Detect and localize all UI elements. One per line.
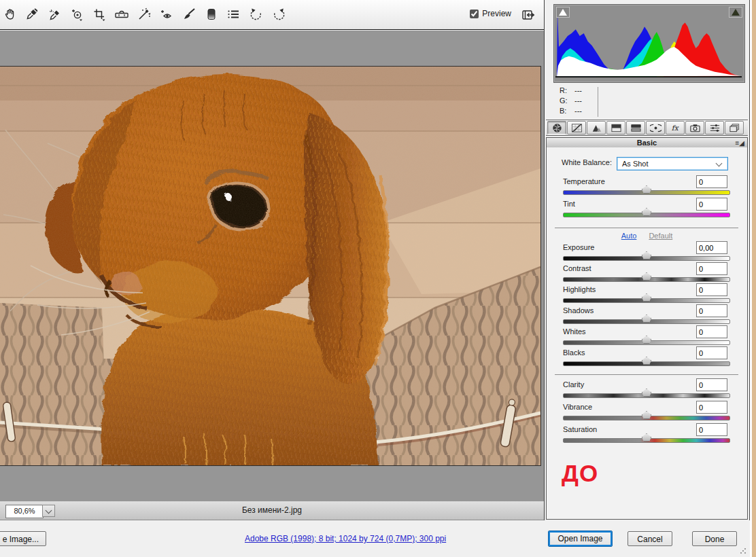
- spot-removal-tool-icon[interactable]: [136, 4, 152, 24]
- saturation-value-input[interactable]: [696, 423, 727, 436]
- targeted-adjustment-tool-icon[interactable]: [69, 4, 85, 24]
- temperature-slider[interactable]: [563, 190, 730, 195]
- default-link[interactable]: Default: [649, 232, 672, 240]
- photo-rabbit[interactable]: [0, 66, 541, 466]
- slider-label: Tint: [563, 200, 575, 208]
- preferences-tool-icon[interactable]: [226, 4, 242, 24]
- slider-label: Vibrance: [563, 403, 592, 411]
- histogram-plot: [555, 6, 742, 79]
- divider: [598, 87, 598, 117]
- red-eye-removal-tool-icon[interactable]: [158, 4, 175, 24]
- blacks-value-input[interactable]: [696, 346, 727, 359]
- auto-link[interactable]: Auto: [621, 232, 637, 240]
- vibrance-slider[interactable]: [563, 416, 730, 420]
- slider-thumb[interactable]: [642, 389, 651, 397]
- highlights-slider[interactable]: [563, 298, 730, 303]
- slider-row-blacks: Blacks: [563, 348, 729, 368]
- preview-toggle[interactable]: Preview: [470, 9, 511, 18]
- rotate-right-tool-icon[interactable]: [271, 4, 287, 24]
- open-image-button[interactable]: Open Image: [548, 531, 613, 547]
- divider: [555, 374, 738, 375]
- slider-thumb[interactable]: [642, 315, 651, 323]
- contrast-slider[interactable]: [563, 277, 730, 282]
- slider-thumb[interactable]: [642, 433, 651, 442]
- save-image-button[interactable]: e Image...: [0, 531, 46, 546]
- tint-value-input[interactable]: [696, 198, 727, 211]
- white-balance-value: As Shot: [622, 160, 649, 168]
- slider-label: Whites: [563, 327, 586, 336]
- slider-thumb[interactable]: [642, 411, 651, 419]
- slider-thumb[interactable]: [642, 251, 651, 259]
- slider-label: Clarity: [563, 380, 584, 389]
- clarity-value-input[interactable]: [696, 378, 727, 391]
- toolbar: Preview: [0, 0, 544, 30]
- cancel-button[interactable]: Cancel: [628, 531, 672, 546]
- tab-effects[interactable]: fx: [666, 121, 685, 134]
- slider-thumb[interactable]: [642, 208, 651, 216]
- tab-basic[interactable]: [547, 121, 566, 134]
- status-bar: 80,6% Без имени-2.jpg: [0, 501, 544, 520]
- slider-row-temperature: Temperature: [563, 177, 729, 197]
- highlights-value-input[interactable]: [696, 283, 727, 296]
- fullscreen-toggle-icon[interactable]: [521, 8, 536, 22]
- background-edge-strip: [752, 0, 756, 557]
- slider-thumb[interactable]: [642, 293, 651, 302]
- tint-slider[interactable]: [563, 213, 730, 217]
- clarity-slider[interactable]: [563, 393, 730, 398]
- tab-lens-corrections[interactable]: [646, 121, 665, 134]
- saturation-slider[interactable]: [563, 438, 730, 443]
- tab-split-toning[interactable]: [626, 121, 645, 134]
- crop-tool-icon[interactable]: [91, 4, 107, 24]
- highlight-clipping-indicator[interactable]: [729, 7, 742, 18]
- graduated-filter-tool-icon[interactable]: [203, 4, 220, 24]
- slider-label: Exposure: [563, 243, 594, 251]
- b-label: B:: [560, 106, 574, 116]
- hand-tool-icon[interactable]: [1, 4, 18, 24]
- done-button[interactable]: Done: [692, 531, 737, 546]
- shadow-clip-triangle-icon: [559, 9, 567, 16]
- blacks-slider[interactable]: [563, 361, 730, 366]
- image-canvas[interactable]: [0, 31, 544, 501]
- white-balance-dropdown[interactable]: As Shot: [617, 157, 728, 170]
- shadow-clipping-indicator[interactable]: [556, 7, 570, 18]
- tab-snapshots[interactable]: [725, 121, 744, 134]
- basic-panel-content: White Balance: As Shot Temperature Tint …: [546, 147, 748, 520]
- white-balance-tool-icon[interactable]: [24, 4, 40, 24]
- divider: [555, 228, 738, 228]
- tab-camera-calibration[interactable]: [685, 121, 704, 134]
- dialog-footer: e Image... Adobe RGB (1998); 8 bit; 1024…: [0, 520, 750, 557]
- shadows-value-input[interactable]: [696, 304, 727, 317]
- exposure-value-input[interactable]: [696, 241, 727, 254]
- image-filename: Без имени-2.jpg: [0, 505, 544, 515]
- preview-checkbox[interactable]: [470, 10, 479, 18]
- shadows-slider[interactable]: [563, 319, 730, 324]
- resize-grip[interactable]: [740, 547, 746, 554]
- slider-thumb[interactable]: [642, 185, 651, 194]
- slider-thumb[interactable]: [642, 357, 651, 365]
- slider-label: Saturation: [563, 425, 597, 433]
- camera-raw-dialog: Preview: [0, 0, 756, 557]
- tab-tone-curve[interactable]: [567, 121, 586, 134]
- exposure-slider[interactable]: [563, 256, 730, 261]
- straighten-tool-icon[interactable]: [114, 4, 130, 24]
- b-value: ---: [574, 107, 582, 115]
- whites-slider[interactable]: [563, 340, 730, 345]
- basic-panel-header: Basic ≡◢: [546, 137, 748, 148]
- slider-thumb[interactable]: [642, 336, 651, 344]
- panel-menu-icon[interactable]: ≡◢: [735, 139, 744, 148]
- vibrance-value-input[interactable]: [696, 401, 727, 414]
- tab-hsl-grayscale[interactable]: [606, 121, 625, 134]
- color-sampler-tool-icon[interactable]: [46, 4, 63, 24]
- workflow-options-link[interactable]: Adobe RGB (1998); 8 bit; 1024 by 724 (0,…: [245, 534, 446, 543]
- adjustment-brush-tool-icon[interactable]: [181, 4, 197, 24]
- slider-row-clarity: Clarity: [563, 380, 729, 400]
- slider-label: Contrast: [563, 264, 591, 272]
- rotate-left-tool-icon[interactable]: [248, 4, 264, 24]
- slider-thumb[interactable]: [642, 272, 651, 281]
- tab-detail[interactable]: [587, 121, 606, 134]
- slider-row-whites: Whites: [563, 327, 729, 347]
- contrast-value-input[interactable]: [696, 262, 727, 275]
- temperature-value-input[interactable]: [696, 175, 727, 188]
- whites-value-input[interactable]: [696, 325, 727, 338]
- tab-presets[interactable]: [705, 121, 724, 134]
